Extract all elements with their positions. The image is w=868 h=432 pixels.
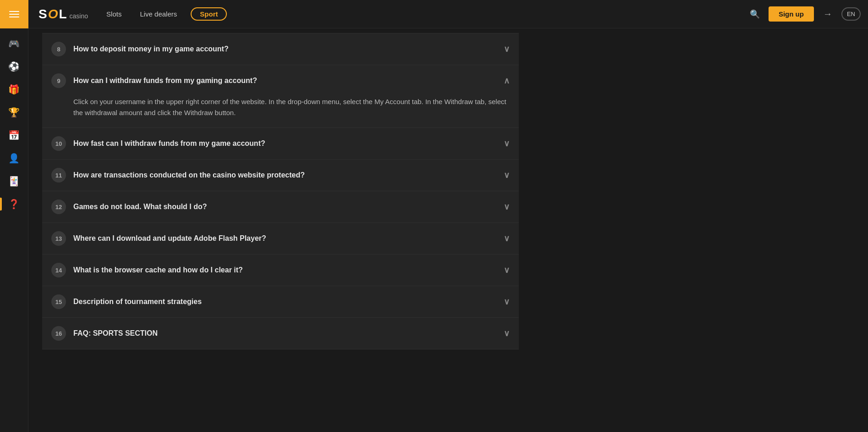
faq-header-14[interactable]: 14What is the browser cache and how do I… (42, 255, 519, 286)
search-icon[interactable]: 🔍 (747, 7, 762, 22)
faq-header-13[interactable]: 13Where can I download and update Adobe … (42, 223, 519, 254)
faq-header-16[interactable]: 16FAQ: SPORTS SECTION∨ (42, 318, 519, 349)
sidebar-item-sport[interactable]: ⚽ (4, 56, 25, 77)
nav-live-dealers[interactable]: Live dealers (135, 7, 181, 21)
faq-question-11: How are transactions conducted on the ca… (73, 171, 496, 179)
faq-question-9: How can I withdraw funds from my gaming … (73, 77, 496, 85)
faq-question-15: Description of tournament strategies (73, 298, 496, 306)
hamburger-button[interactable] (0, 0, 28, 28)
faq-header-9[interactable]: 9How can I withdraw funds from my gaming… (42, 65, 519, 96)
sidebar-item-help[interactable]: ❓ (4, 194, 25, 215)
faq-number-8: 8 (51, 42, 66, 56)
faq-question-8: How to deposit money in my game account? (73, 45, 496, 53)
faq-number-10: 10 (51, 136, 66, 151)
sidebar-item-tournaments[interactable]: 🏆 (4, 102, 25, 123)
sidebar: 🎮 ⚽ 🎁 🏆 📅 👤 🃏 ❓ (0, 28, 28, 432)
faq-item-13[interactable]: 13Where can I download and update Adobe … (42, 223, 519, 255)
faq-number-11: 11 (51, 168, 66, 183)
faq-number-9: 9 (51, 73, 66, 88)
logo-text: SOL (38, 7, 68, 22)
faq-question-12: Games do not load. What should I do? (73, 203, 496, 211)
faq-chevron-15: ∨ (504, 297, 510, 307)
faq-chevron-8: ∨ (504, 44, 510, 54)
faq-item-14[interactable]: 14What is the browser cache and how do I… (42, 255, 519, 286)
faq-number-15: 15 (51, 294, 66, 309)
faq-number-16: 16 (51, 326, 66, 341)
faq-question-16: FAQ: SPORTS SECTION (73, 329, 496, 338)
faq-number-13: 13 (51, 231, 66, 246)
faq-header-10[interactable]: 10How fast can I withdraw funds from my … (42, 128, 519, 159)
logo-o: O (48, 7, 59, 21)
faq-header-8[interactable]: 8How to deposit money in my game account… (42, 33, 519, 65)
faq-chevron-14: ∨ (504, 265, 510, 275)
nav-slots[interactable]: Slots (102, 7, 126, 21)
main-content: 8How to deposit money in my game account… (28, 28, 533, 368)
sidebar-item-promotions[interactable]: 🎁 (4, 79, 25, 100)
sidebar-item-cards[interactable]: 🃏 (4, 171, 25, 192)
faq-item-15[interactable]: 15Description of tournament strategies∨ (42, 286, 519, 318)
sidebar-item-live[interactable]: 👤 (4, 148, 25, 169)
faq-chevron-10: ∨ (504, 138, 510, 149)
faq-header-15[interactable]: 15Description of tournament strategies∨ (42, 286, 519, 317)
faq-item-16[interactable]: 16FAQ: SPORTS SECTION∨ (42, 318, 519, 349)
faq-number-14: 14 (51, 263, 66, 277)
nav-sport[interactable]: Sport (191, 7, 227, 21)
faq-question-13: Where can I download and update Adobe Fl… (73, 234, 496, 243)
faq-item-9[interactable]: 9How can I withdraw funds from my gaming… (42, 65, 519, 128)
hamburger-icon (9, 11, 19, 17)
faq-chevron-12: ∨ (504, 202, 510, 212)
faq-item-10[interactable]: 10How fast can I withdraw funds from my … (42, 128, 519, 160)
login-icon[interactable]: → (820, 7, 835, 22)
faq-chevron-13: ∨ (504, 233, 510, 244)
header-right: 🔍 Sign up → EN (747, 6, 861, 22)
header: SOL casino Slots Live dealers Sport 🔍 Si… (0, 0, 868, 28)
faq-header-11[interactable]: 11How are transactions conducted on the … (42, 160, 519, 191)
faq-item-12[interactable]: 12Games do not load. What should I do?∨ (42, 191, 519, 223)
faq-chevron-9: ∧ (504, 76, 510, 86)
faq-list: 8How to deposit money in my game account… (42, 33, 519, 349)
faq-header-12[interactable]: 12Games do not load. What should I do?∨ (42, 191, 519, 222)
sidebar-item-casino[interactable]: 🎮 (4, 33, 25, 54)
faq-item-8[interactable]: 8How to deposit money in my game account… (42, 33, 519, 65)
faq-question-14: What is the browser cache and how do I c… (73, 266, 496, 274)
signup-button[interactable]: Sign up (769, 6, 814, 22)
faq-item-11[interactable]: 11How are transactions conducted on the … (42, 160, 519, 191)
faq-number-12: 12 (51, 199, 66, 214)
sidebar-item-calendar[interactable]: 📅 (4, 125, 25, 146)
main-nav: Slots Live dealers Sport (102, 7, 227, 21)
logo-casino: casino (70, 12, 88, 20)
language-button[interactable]: EN (841, 7, 861, 21)
logo: SOL casino (38, 7, 88, 22)
faq-chevron-11: ∨ (504, 170, 510, 180)
faq-chevron-16: ∨ (504, 328, 510, 338)
faq-question-10: How fast can I withdraw funds from my ga… (73, 139, 496, 148)
faq-answer-9: Click on your username in the upper righ… (42, 96, 519, 127)
